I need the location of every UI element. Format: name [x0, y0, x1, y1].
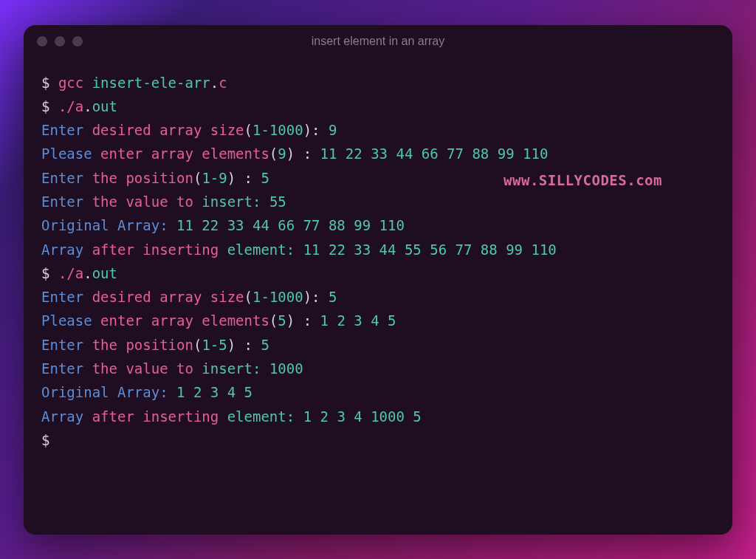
terminal-segment: Enter [41, 193, 92, 210]
terminal-segment: Array [41, 408, 92, 425]
terminal-line: Array after inserting element: 11 22 33 … [41, 238, 715, 261]
terminal-segment: ./a [58, 98, 83, 114]
terminal-segment: $ [41, 432, 49, 448]
terminal-line: Please enter array elements(9) : 11 22 3… [41, 142, 715, 165]
terminal-segment: element: [227, 408, 303, 425]
terminal-segment: 1000 [269, 360, 303, 377]
terminal-segment: 11 22 33 44 66 77 88 99 110 [320, 145, 549, 162]
terminal-segment: 9 [329, 122, 337, 138]
terminal-segment: after inserting [92, 408, 227, 425]
terminal-segment: $ [41, 75, 58, 91]
terminal-segment: 55 [269, 193, 286, 210]
terminal-segment: the position [92, 170, 193, 186]
terminal-segment: out [92, 98, 117, 114]
terminal-line: Original Array: 11 22 33 44 66 77 88 99 … [41, 213, 715, 237]
terminal-segment: Enter [41, 337, 92, 353]
terminal-segment: ( [269, 145, 278, 162]
terminal-segment: ) : [286, 145, 320, 162]
terminal-segment: 5 [261, 337, 269, 353]
terminal-segment: ./a [58, 265, 83, 281]
terminal-segment: 11 22 33 44 66 77 88 99 110 [176, 217, 405, 233]
terminal-segment: ) : [227, 337, 261, 353]
terminal-line: Enter the value to insert: 55 [41, 190, 715, 213]
watermark: www.SILLYCODES.com [504, 168, 662, 192]
terminal-segment: ) : [286, 312, 320, 329]
terminal-segment: ) : [227, 170, 261, 186]
terminal-segment: Original Array: [41, 384, 176, 400]
terminal-segment: desired array size [92, 289, 244, 305]
terminal-segment: out [92, 265, 117, 281]
terminal-segment: 11 22 33 44 55 56 77 88 99 110 [303, 241, 557, 258]
terminal-segment: ): [303, 122, 329, 138]
terminal-segment: ( [269, 312, 278, 329]
terminal-segment: $ [41, 265, 58, 281]
terminal-segment: 1 2 3 4 5 [320, 312, 396, 329]
close-icon[interactable] [37, 36, 47, 47]
terminal-body[interactable]: www.SILLYCODES.com $ gcc insert-ele-arr.… [24, 58, 732, 535]
terminal-segment: after inserting [92, 241, 227, 258]
terminal-line: Enter desired array size(1-1000): 9 [41, 118, 715, 142]
minimize-icon[interactable] [55, 36, 65, 47]
terminal-segment: Please [41, 312, 100, 329]
terminal-segment: enter array elements [100, 145, 269, 162]
terminal-window: insert element in an array www.SILLYCODE… [24, 25, 732, 535]
terminal-segment: Enter [41, 170, 92, 186]
terminal-segment: Please [41, 145, 100, 162]
terminal-segment: enter array elements [100, 312, 269, 329]
terminal-segment: gcc [58, 75, 92, 91]
terminal-segment: 1-5 [202, 337, 227, 353]
traffic-lights [37, 36, 83, 47]
terminal-segment: c [219, 75, 227, 91]
terminal-segment: 1 2 3 4 5 [176, 384, 252, 400]
terminal-line: $ ./a.out [41, 261, 715, 285]
terminal-segment: Enter [41, 360, 92, 377]
terminal-segment: . [210, 75, 219, 91]
terminal-segment: Original Array: [41, 217, 176, 233]
terminal-segment: insert: [202, 193, 269, 210]
terminal-segment: 1-1000 [252, 122, 303, 138]
terminal-output: $ gcc insert-ele-arr.c$ ./a.outEnter des… [41, 71, 715, 453]
terminal-line: $ ./a.out [41, 95, 715, 118]
terminal-segment: . [83, 265, 92, 281]
terminal-segment: ): [303, 289, 329, 305]
terminal-segment: 5 [278, 312, 286, 329]
terminal-segment: the position [92, 337, 193, 353]
terminal-segment: desired array size [92, 122, 244, 138]
maximize-icon[interactable] [72, 36, 83, 47]
terminal-segment: 5 [261, 170, 269, 186]
terminal-segment: the value to [92, 360, 202, 377]
terminal-segment: insert-ele-arr [92, 75, 210, 91]
terminal-segment: Enter [41, 122, 92, 138]
titlebar: insert element in an array [24, 25, 732, 58]
terminal-line: $ gcc insert-ele-arr.c [41, 71, 715, 95]
terminal-segment: 1-9 [202, 170, 227, 186]
terminal-segment: ( [244, 122, 252, 138]
terminal-segment: Enter [41, 289, 92, 305]
terminal-segment: ( [193, 337, 202, 353]
terminal-segment: . [83, 98, 92, 114]
terminal-line: Original Array: 1 2 3 4 5 [41, 380, 715, 404]
terminal-line: Enter the value to insert: 1000 [41, 357, 715, 380]
terminal-segment: $ [41, 98, 58, 114]
terminal-segment: 5 [329, 289, 337, 305]
terminal-segment: 9 [278, 145, 286, 162]
terminal-line: $ [41, 428, 715, 452]
terminal-line: Enter desired array size(1-1000): 5 [41, 285, 715, 309]
terminal-segment: the value to [92, 193, 202, 210]
terminal-segment: 1 2 3 4 1000 5 [303, 408, 422, 425]
terminal-line: Please enter array elements(5) : 1 2 3 4… [41, 309, 715, 332]
terminal-segment: ( [193, 170, 202, 186]
terminal-segment: insert: [202, 360, 269, 377]
terminal-segment: element: [227, 241, 303, 258]
terminal-line: Enter the position(1-5) : 5 [41, 333, 715, 357]
window-title: insert element in an array [312, 35, 445, 48]
terminal-segment: 1-1000 [252, 289, 303, 305]
terminal-line: Array after inserting element: 1 2 3 4 1… [41, 405, 715, 428]
terminal-segment: Array [41, 241, 92, 258]
terminal-segment: ( [244, 289, 252, 305]
